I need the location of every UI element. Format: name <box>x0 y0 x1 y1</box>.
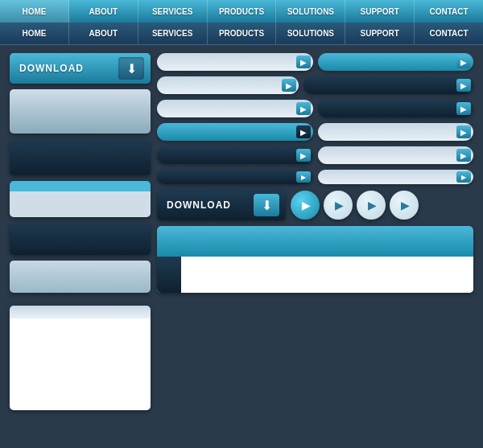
download-arrow-2: ⬇ <box>262 198 272 213</box>
panel-sidebar <box>157 257 181 293</box>
play-btn-1[interactable]: ▶ <box>291 191 320 220</box>
panel-box-3 <box>10 181 151 217</box>
nav-contact-top[interactable]: CONTACT <box>415 0 483 23</box>
slider-row-4: ▶ ▶ <box>157 123 473 141</box>
nav-products-top[interactable]: PRODUCTS <box>208 0 277 23</box>
slider-bar-4a[interactable]: ▶ <box>157 123 313 141</box>
left-column: DOWNLOAD ⬇ <box>10 53 151 293</box>
slider-arrow-5b[interactable]: ▶ <box>456 149 471 162</box>
nav-home-sec[interactable]: HOME <box>0 23 69 44</box>
download-button-2[interactable]: DOWNLOAD ⬇ <box>157 190 286 220</box>
slider-bar-5b[interactable]: ▶ <box>318 146 474 164</box>
slider-arrow-6a[interactable]: ▶ <box>296 171 311 183</box>
slider-row-5: ▶ ▶ <box>157 146 473 164</box>
slider-arrow-2b[interactable]: ▶ <box>456 79 471 92</box>
slider-arrow-4a[interactable]: ▶ <box>296 125 311 138</box>
slider-row-1: ▶ ▶ <box>157 53 473 71</box>
play-btn-4[interactable]: ▶ <box>390 191 419 220</box>
download-icon-2: ⬇ <box>254 194 279 216</box>
panel-box-2 <box>10 139 151 175</box>
nav-products-sec[interactable]: PRODUCTS <box>208 23 277 44</box>
bottom-right-panel <box>157 226 473 293</box>
panel-box-1 <box>10 89 151 134</box>
nav-solutions-sec[interactable]: SOLUTIONS <box>276 23 345 44</box>
play-btn-3[interactable]: ▶ <box>357 191 386 220</box>
play-icon-4: ▶ <box>401 199 410 212</box>
right-column: ▶ ▶ ▶ ▶ ▶ ▶ ▶ <box>157 53 473 293</box>
slider-bar-5a[interactable]: ▶ <box>157 146 313 164</box>
nav-bar-secondary: HOME ABOUT SERVICES PRODUCTS SOLUTIONS S… <box>0 23 483 45</box>
play-btn-2[interactable]: ▶ <box>324 191 353 220</box>
slider-arrow-6b[interactable]: ▶ <box>456 171 471 183</box>
slider-arrow-5a[interactable]: ▶ <box>296 149 311 162</box>
slider-bar-6a[interactable]: ▶ <box>157 170 313 184</box>
play-icon-2: ▶ <box>335 199 344 212</box>
nav-solutions-top[interactable]: SOLUTIONS <box>276 0 345 23</box>
main-content: DOWNLOAD ⬇ ▶ ▶ ▶ ▶ <box>0 45 483 301</box>
panel-box-4 <box>10 223 151 255</box>
download-button-1[interactable]: DOWNLOAD ⬇ <box>10 53 151 84</box>
nav-services-sec[interactable]: SERVICES <box>138 23 208 44</box>
slider-row-2: ▶ ▶ <box>157 76 473 94</box>
nav-bar-top: HOME ABOUT SERVICES PRODUCTS SOLUTIONS S… <box>0 0 483 23</box>
nav-support-top[interactable]: SUPPORT <box>345 0 415 23</box>
bottom-left-panel <box>10 306 151 410</box>
panel-body <box>157 257 473 293</box>
panel-content <box>181 257 473 293</box>
play-buttons: ▶ ▶ ▶ ▶ <box>291 191 419 220</box>
slider-bar-6b[interactable]: ▶ <box>318 170 474 184</box>
nav-services-top[interactable]: SERVICES <box>138 0 208 23</box>
nav-home-top[interactable]: HOME <box>0 0 69 23</box>
nav-support-sec[interactable]: SUPPORT <box>345 23 415 44</box>
slider-bar-1b[interactable]: ▶ <box>318 53 474 71</box>
bottom-controls: DOWNLOAD ⬇ ▶ ▶ ▶ ▶ <box>157 190 473 220</box>
nav-about-sec[interactable]: ABOUT <box>69 23 138 44</box>
slider-bar-1a[interactable]: ▶ <box>157 53 313 71</box>
slider-bar-3b[interactable]: ▶ <box>318 100 474 117</box>
play-icon-1: ▶ <box>302 199 311 212</box>
slider-bar-2a[interactable]: ▶ <box>157 76 299 94</box>
slider-bar-4b[interactable]: ▶ <box>318 123 474 141</box>
slider-arrow-3b[interactable]: ▶ <box>456 102 471 115</box>
slider-row-3: ▶ ▶ <box>157 100 473 117</box>
download-label-2: DOWNLOAD <box>167 199 231 211</box>
download-arrow-1: ⬇ <box>126 61 137 76</box>
panel-box-5 <box>10 261 151 293</box>
slider-row-6: ▶ ▶ <box>157 170 473 184</box>
slider-bar-2b[interactable]: ▶ <box>303 76 473 94</box>
nav-contact-sec[interactable]: CONTACT <box>415 23 483 44</box>
slider-bar-3a[interactable]: ▶ <box>157 100 313 117</box>
download-icon-1: ⬇ <box>118 57 144 80</box>
slider-arrow-4b[interactable]: ▶ <box>456 125 471 138</box>
play-icon-3: ▶ <box>368 199 377 212</box>
nav-about-top[interactable]: ABOUT <box>69 0 138 23</box>
slider-arrow-3a[interactable]: ▶ <box>296 102 311 115</box>
slider-arrow-1b[interactable]: ▶ <box>456 55 471 68</box>
download-label-1: DOWNLOAD <box>19 63 84 74</box>
panel-header <box>157 226 473 257</box>
slider-arrow-1a[interactable]: ▶ <box>296 55 311 68</box>
slider-arrow-2a[interactable]: ▶ <box>282 79 296 92</box>
